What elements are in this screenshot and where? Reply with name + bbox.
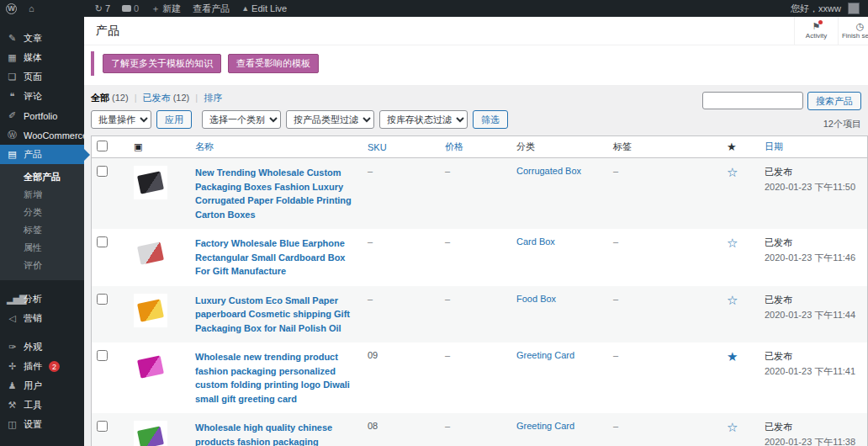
products-table: ▣ 名称 SKU 价格 分类 标签 ★ 日期 New Trending Whol… — [91, 135, 868, 446]
product-thumbnail[interactable] — [134, 350, 167, 384]
sort-by-sku[interactable]: SKU — [368, 142, 387, 152]
sidebar-item-tools[interactable]: ⚒工具 — [0, 396, 84, 415]
product-thumbnail[interactable] — [134, 236, 167, 270]
view-all-link[interactable]: 全部 — [91, 93, 109, 103]
sidebar-item-analytics[interactable]: ▂▅▇分析 — [0, 289, 84, 309]
view-affected-templates-button[interactable]: 查看受影响的模板 — [228, 54, 319, 73]
submenu-item[interactable]: 新增 — [0, 186, 84, 204]
finish-setup-button[interactable]: ◷ Finish setup — [838, 17, 868, 45]
settings-icon: ◫ — [7, 420, 18, 429]
image-column-icon: ▣ — [122, 141, 142, 152]
sidebar-item-label: 用户 — [24, 380, 42, 392]
featured-star-empty-icon[interactable]: ☆ — [727, 165, 738, 179]
apply-button[interactable]: 应用 — [156, 110, 192, 129]
my-account-menu[interactable]: 您好，xxww — [785, 0, 868, 17]
category-filter-select[interactable]: 选择一个类别 — [202, 110, 281, 129]
site-home-menu[interactable]: ⌂ — [23, 0, 40, 17]
product-thumbnail[interactable] — [134, 166, 167, 199]
table-header-row: ▣ 名称 SKU 价格 分类 标签 ★ 日期 — [92, 136, 867, 158]
product-type-filter-select[interactable]: 按产品类型过滤 — [286, 110, 374, 129]
row-checkbox[interactable] — [97, 421, 108, 432]
sidebar-item-pages[interactable]: ❏页面 — [0, 67, 84, 87]
all-count: (12) — [112, 93, 129, 103]
product-price: – — [440, 342, 511, 413]
woocommerce-header: 产品 ⚑ Activity ◷ Finish setup — [84, 17, 868, 45]
unread-dot — [818, 20, 823, 24]
product-name-link[interactable]: Wholesale new trending product fashion p… — [195, 350, 357, 406]
comments-menu[interactable]: 0 — [116, 0, 145, 17]
bulk-actions-select[interactable]: 批量操作 — [91, 110, 151, 129]
featured-star-empty-icon[interactable]: ☆ — [727, 236, 738, 250]
product-sku: 08 — [363, 413, 440, 446]
submenu-item[interactable]: 标签 — [0, 221, 84, 239]
search-products-button[interactable]: 搜索产品 — [807, 92, 861, 110]
submenu-item[interactable]: 属性 — [0, 239, 84, 257]
product-image — [137, 426, 164, 446]
edit-live-menu[interactable]: ▲ Edit Live — [236, 0, 293, 17]
sort-by-name[interactable]: 名称 — [195, 141, 214, 151]
row-checkbox[interactable] — [97, 294, 108, 305]
sidebar-item-users[interactable]: ♟用户 — [0, 376, 84, 396]
sidebar-item-label: 评论 — [24, 90, 42, 103]
wp-logo-menu[interactable]: W — [0, 0, 23, 17]
sidebar-item-label: 营销 — [24, 312, 42, 325]
stock-status-filter-select[interactable]: 按库存状态过滤 — [379, 110, 468, 129]
featured-star-empty-icon[interactable]: ☆ — [727, 420, 738, 434]
product-category-link[interactable]: Card Box — [516, 236, 555, 247]
sidebar-item-media[interactable]: ▦媒体 — [0, 48, 84, 67]
sidebar-item-posts[interactable]: ✎文章 — [0, 29, 84, 48]
analytics-icon: ▂▅▇ — [7, 295, 18, 304]
sidebar-item-plugins[interactable]: ✢插件2 — [0, 357, 84, 376]
sidebar-item-woocommerce[interactable]: ⓌWooCommerce — [0, 125, 84, 145]
filter-button[interactable]: 筛选 — [473, 110, 508, 129]
activity-panel-button[interactable]: ⚑ Activity — [794, 17, 838, 45]
view-products-label: 查看产品 — [193, 3, 230, 15]
row-checkbox[interactable] — [97, 236, 108, 247]
search-products-input[interactable] — [702, 92, 803, 109]
row-checkbox[interactable] — [97, 350, 108, 361]
learn-templates-button[interactable]: 了解更多关于模板的知识 — [103, 54, 221, 73]
new-content-menu[interactable]: ＋ 新建 — [145, 0, 187, 17]
sort-link[interactable]: 排序 — [204, 93, 222, 103]
submenu-item[interactable]: 分类 — [0, 204, 84, 221]
submenu-item[interactable]: 评价 — [0, 257, 84, 274]
publish-date: 2020-01-23 下午11:38 — [765, 436, 862, 446]
featured-star-empty-icon[interactable]: ☆ — [727, 293, 738, 307]
edit-live-icon: ▲ — [241, 5, 249, 13]
submenu-item[interactable]: 全部产品 — [0, 168, 84, 186]
product-tags: – — [608, 286, 722, 343]
table-row: Luxury Custom Eco Small Paper paperboard… — [92, 286, 867, 343]
product-category-link[interactable]: Greeting Card — [516, 350, 574, 360]
sidebar-item-products[interactable]: ▤产品 — [0, 145, 84, 164]
publish-date: 2020-01-23 下午11:50 — [765, 181, 862, 194]
plugins-badge: 2 — [49, 361, 60, 372]
row-checkbox[interactable] — [97, 166, 108, 177]
view-products-link[interactable]: 查看产品 — [187, 0, 236, 17]
sort-by-date[interactable]: 日期 — [765, 141, 783, 151]
edit-live-label: Edit Live — [251, 3, 287, 13]
sidebar-item-settings[interactable]: ◫设置 — [0, 415, 84, 434]
product-thumbnail[interactable] — [134, 294, 167, 327]
product-name-link[interactable]: Wholesale high quality chinese products … — [195, 421, 357, 446]
product-thumbnail[interactable] — [134, 421, 167, 446]
sort-by-price[interactable]: 价格 — [445, 141, 463, 151]
updates-menu[interactable]: ↻ 7 — [89, 0, 116, 17]
sidebar-item-marketing[interactable]: ◁营销 — [0, 309, 84, 328]
product-name-link[interactable]: Factory Wholesale Blue Earphone Rectangu… — [195, 236, 357, 279]
sidebar-item-comments[interactable]: ❝评论 — [0, 87, 84, 106]
products-icon: ▤ — [7, 150, 18, 159]
product-price: – — [440, 158, 511, 230]
product-category-link[interactable]: Corrugated Box — [516, 166, 581, 176]
sidebar-item-portfolio[interactable]: ✐Portfolio — [0, 106, 84, 125]
product-category-link[interactable]: Greeting Card — [516, 421, 574, 431]
select-all-checkbox[interactable] — [97, 141, 108, 151]
woocommerce-icon: Ⓦ — [7, 130, 18, 140]
featured-star-filled-icon[interactable]: ★ — [727, 349, 738, 364]
product-name-link[interactable]: New Trending Wholesale Custom Packaging … — [195, 166, 357, 221]
publish-status: 已发布 — [765, 166, 862, 178]
product-name-link[interactable]: Luxury Custom Eco Small Paper paperboard… — [195, 294, 357, 336]
updates-count: 7 — [105, 3, 110, 13]
product-category-link[interactable]: Food Box — [516, 294, 556, 304]
view-published-link[interactable]: 已发布 — [143, 93, 171, 103]
sidebar-item-appearance[interactable]: ✑外观 — [0, 337, 84, 357]
